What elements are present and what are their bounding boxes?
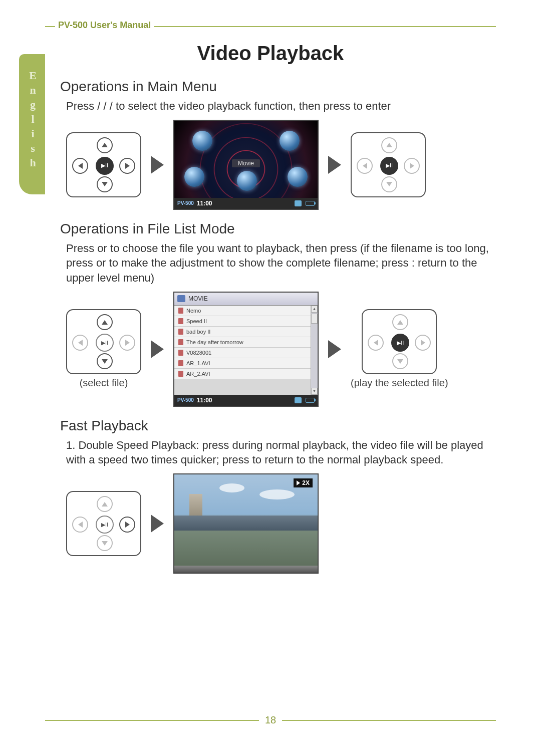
dpad-diagram: ▶II [362, 309, 437, 374]
dpad-down-icon [97, 353, 113, 369]
dpad-down-icon [381, 176, 397, 192]
dpad-center-icon: ▶II [391, 334, 409, 352]
file-name: The day after tomorrow [186, 339, 243, 345]
status-time: 11:00 [197, 397, 212, 404]
status-bar: PV-500 11:00 [174, 198, 318, 209]
list-item: Nemo [174, 306, 318, 316]
section-fast-playback-heading: Fast Playback [60, 418, 496, 434]
file-icon [178, 371, 183, 377]
device-screenshot-main-menu: Movie PV-500 11:00 [173, 120, 319, 210]
file-list-titlebar: MOVIE [174, 293, 318, 306]
dpad-diagram: ▶II [66, 132, 141, 197]
dpad-center-icon: ▶II [380, 157, 398, 175]
section-file-list-heading: Operations in File List Mode [60, 221, 496, 237]
page-number: 18 [265, 714, 276, 726]
dpad-right-icon [415, 335, 431, 351]
video-scene [219, 483, 244, 492]
dpad-center-icon: ▶II [96, 334, 114, 352]
language-tab: English [19, 54, 45, 194]
caption-select-file: (select file) [80, 377, 128, 389]
file-icon [178, 318, 183, 324]
dpad-up-icon [97, 314, 113, 330]
status-time: 11:00 [197, 200, 212, 207]
device-screenshot-playback: 2X [173, 473, 319, 574]
dpad-diagram: ▶II [66, 309, 141, 374]
dpad-down-icon [392, 353, 408, 369]
scroll-down-icon: ▼ [311, 388, 318, 395]
device-screenshot-file-list: MOVIE Nemo Speed II bad boy II The day a… [173, 292, 319, 407]
scroll-thumb [311, 314, 318, 324]
list-item: AR_1.AVI [174, 358, 318, 369]
dpad-down-icon [97, 176, 113, 192]
list-item: V0828001 [174, 348, 318, 358]
file-icon [178, 308, 183, 314]
dpad-right-icon [119, 335, 135, 351]
file-icon [178, 350, 183, 356]
menu-orb-icon [237, 171, 257, 191]
footer-line [282, 720, 496, 721]
file-icon [178, 360, 183, 366]
dpad-up-icon [97, 496, 113, 512]
file-name: bad boy II [186, 329, 210, 335]
menu-orb-icon [184, 167, 204, 187]
page-footer: 18 [45, 714, 496, 726]
file-name: AR_1.AVI [186, 360, 210, 366]
dpad-left-icon [72, 158, 88, 174]
file-name: Nemo [186, 308, 201, 314]
battery-icon [306, 398, 315, 403]
scrollbar: ▲ ▼ [311, 306, 318, 395]
file-icon [178, 339, 183, 345]
dpad-right-icon [119, 158, 135, 174]
file-name: Speed II [186, 318, 207, 324]
dpad-left-icon [357, 158, 373, 174]
list-item: bad boy II [174, 327, 318, 337]
battery-icon [306, 201, 315, 206]
file-list-title: MOVIE [188, 295, 208, 302]
dpad-left-icon [368, 335, 384, 351]
dpad-down-icon [97, 535, 113, 551]
dpad-up-icon [392, 314, 408, 330]
dpad-up-icon [381, 137, 397, 153]
flow-arrow-icon [148, 514, 166, 534]
dpad-diagram: ▶II [351, 132, 426, 197]
status-bar: PV-500 11:00 [174, 395, 318, 406]
device-name: PV-500 [177, 397, 194, 403]
page-title: Video Playback [45, 42, 496, 65]
header-rule: PV-500 User's Manual [45, 25, 496, 37]
folder-icon [177, 295, 185, 302]
footer-line [45, 720, 259, 721]
flow-arrow-icon [148, 339, 166, 359]
list-item: The day after tomorrow [174, 337, 318, 348]
file-list-row: ▶II (select file) MOVIE Nemo Speed II ba… [60, 292, 496, 407]
section-file-list-text: Press or to choose the file you want to … [60, 241, 496, 286]
section-fast-playback-text: 1. Double Speed Playback: press during n… [60, 438, 496, 467]
playback-speed-badge: 2X [294, 478, 313, 487]
dpad-left-icon [72, 335, 88, 351]
dpad-diagram: ▶II [66, 491, 141, 556]
main-menu-row: ▶II Movie PV-500 11:00 [60, 120, 496, 210]
video-scene [174, 516, 318, 531]
menu-orb-icon [280, 131, 300, 151]
speed-label: 2X [302, 479, 310, 486]
file-name: AR_2.AVI [186, 371, 210, 377]
file-name: V0828001 [186, 350, 211, 356]
menu-selected-label: Movie [232, 159, 260, 167]
scroll-up-icon: ▲ [311, 306, 318, 313]
file-list: Nemo Speed II bad boy II The day after t… [174, 306, 318, 379]
progress-bar [174, 566, 318, 573]
video-scene [259, 489, 295, 499]
list-item: Speed II [174, 316, 318, 327]
section-main-menu-text: Press / / / to select the video playback… [60, 99, 496, 114]
dpad-up-icon [97, 137, 113, 153]
menu-orb-icon [192, 131, 212, 151]
dpad-center-icon: ▶II [96, 516, 114, 534]
list-item: AR_2.AVI [174, 369, 318, 379]
dpad-right-icon [119, 517, 135, 533]
dpad-right-icon [404, 158, 420, 174]
flow-arrow-icon [148, 155, 166, 175]
sd-card-icon [295, 200, 302, 206]
play-icon [297, 480, 300, 485]
manual-title: PV-500 User's Manual [55, 20, 154, 31]
device-name: PV-500 [177, 200, 194, 206]
dpad-center-icon: ▶II [96, 157, 114, 175]
